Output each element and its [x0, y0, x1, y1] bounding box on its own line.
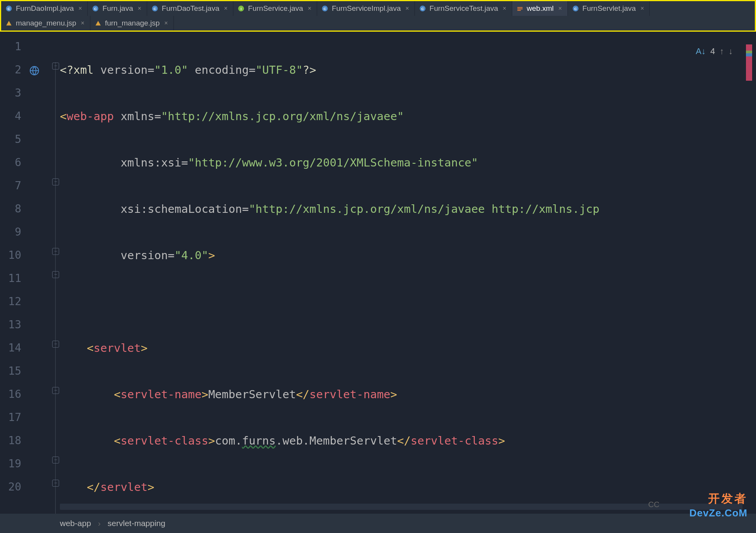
line-number: 14: [0, 336, 21, 360]
fold-toggle[interactable]: −: [52, 248, 59, 255]
fold-toggle[interactable]: −: [52, 480, 59, 487]
breadcrumb-item[interactable]: web-app: [60, 519, 91, 528]
java-icon: C: [92, 5, 99, 12]
interface-icon: I: [237, 5, 245, 12]
next-match-icon[interactable]: ↓: [729, 46, 733, 56]
line-number: 19: [0, 452, 21, 475]
close-icon[interactable]: ×: [79, 20, 86, 27]
fold-toggle[interactable]: −: [52, 271, 59, 278]
line-number: 3: [0, 81, 21, 105]
svg-rect-14: [517, 10, 521, 11]
java-icon: C: [419, 5, 426, 12]
svg-rect-12: [517, 7, 523, 8]
close-icon[interactable]: ×: [136, 5, 143, 12]
fold-toggle[interactable]: −: [52, 178, 59, 185]
editor-tabs: CFurnDaoImpl.java×CFurn.java×CFurnDaoTes…: [0, 0, 756, 32]
tab-label: manage_menu.jsp: [16, 19, 76, 27]
line-number: 7: [0, 174, 21, 197]
line-number: 20: [0, 475, 21, 499]
tab-label: FurnServiceImpl.java: [332, 4, 401, 13]
fold-toggle[interactable]: −: [52, 63, 59, 70]
tab-FurnServlet-java[interactable]: CFurnServlet.java×: [568, 1, 650, 16]
horizontal-scrollbar[interactable]: [60, 504, 742, 510]
svg-text:C: C: [94, 7, 97, 11]
line-number: 16: [0, 383, 21, 406]
java-icon: C: [321, 5, 329, 12]
tab-FurnService-java[interactable]: IFurnService.java×: [233, 1, 317, 16]
tab-label: web.xml: [527, 4, 554, 13]
watermark-en: DevZe.CoM: [689, 507, 748, 519]
tab-FurnDaoTest-java[interactable]: CFurnDaoTest.java×: [147, 1, 233, 16]
tab-FurnDaoImpl-java[interactable]: CFurnDaoImpl.java×: [1, 1, 88, 16]
fold-toggle[interactable]: −: [52, 457, 59, 463]
jsp-icon: [94, 19, 102, 27]
line-number: 18: [0, 429, 21, 452]
java-icon: C: [5, 5, 13, 12]
tab-label: FurnServlet.java: [583, 4, 636, 13]
java-icon: C: [151, 5, 159, 12]
tab-label: furn_manage.jsp: [105, 19, 160, 27]
tab-label: FurnServiceTest.java: [430, 4, 498, 13]
close-icon[interactable]: ×: [163, 20, 169, 27]
line-number: 10: [0, 244, 21, 267]
minimap[interactable]: [746, 44, 752, 145]
svg-text:C: C: [574, 7, 577, 11]
svg-rect-13: [517, 8, 523, 9]
close-icon[interactable]: ×: [306, 5, 313, 12]
fold-toggle[interactable]: −: [52, 387, 59, 394]
tab-manage_menu-jsp[interactable]: manage_menu.jsp×: [1, 16, 90, 31]
line-number: 17: [0, 406, 21, 429]
line-number-gutter: 1234567891011121314151617181920: [0, 32, 27, 505]
code-area[interactable]: <?xml version="1.0" encoding="UTF-8"?> <…: [60, 32, 756, 505]
globe-icon: [29, 61, 39, 84]
breadcrumb-item[interactable]: servlet-mapping: [108, 519, 165, 528]
match-count: 4: [710, 46, 715, 56]
line-number: 13: [0, 313, 21, 336]
line-number: 2: [0, 58, 21, 81]
breadcrumb: web-app › servlet-mapping: [0, 514, 756, 533]
svg-text:C: C: [7, 7, 10, 11]
tab-Furn-java[interactable]: CFurn.java×: [88, 1, 147, 16]
line-number: 1: [0, 35, 21, 58]
tab-label: Furn.java: [102, 4, 133, 13]
line-number: 11: [0, 267, 21, 290]
case-sensitive-icon[interactable]: A↓: [696, 46, 706, 56]
line-number: 4: [0, 105, 21, 128]
find-toolbar: A↓ 4 ↑ ↓: [696, 46, 733, 56]
tab-furn_manage-jsp[interactable]: furn_manage.jsp×: [90, 16, 174, 31]
java-icon: C: [572, 5, 579, 12]
tab-label: FurnDaoTest.java: [162, 4, 219, 13]
line-number: 12: [0, 290, 21, 313]
tab-web-xml[interactable]: web.xml×: [512, 1, 568, 16]
line-number: 6: [0, 151, 21, 174]
editor: 1234567891011121314151617181920 − − − − …: [0, 32, 756, 505]
xml-icon: [516, 5, 524, 12]
tab-FurnServiceTest-java[interactable]: CFurnServiceTest.java×: [415, 1, 512, 16]
svg-text:C: C: [153, 7, 156, 11]
fold-toggle[interactable]: −: [52, 341, 59, 348]
fold-column: − − − − − − − −: [52, 32, 60, 505]
prev-match-icon[interactable]: ↑: [720, 46, 724, 56]
svg-text:I: I: [241, 7, 242, 11]
jsp-icon: [5, 19, 13, 27]
gutter-icons: [27, 32, 52, 505]
close-icon[interactable]: ×: [77, 5, 83, 12]
watermark-cc: CC: [648, 500, 659, 509]
close-icon[interactable]: ×: [639, 5, 646, 12]
close-icon[interactable]: ×: [557, 5, 563, 12]
tab-FurnServiceImpl-java[interactable]: CFurnServiceImpl.java×: [317, 1, 415, 16]
line-number: 15: [0, 360, 21, 383]
close-icon[interactable]: ×: [404, 5, 410, 12]
line-number: 5: [0, 128, 21, 151]
xml-pi: <?: [60, 63, 73, 76]
watermark-cn: 开发者: [708, 491, 748, 507]
line-number: 9: [0, 221, 21, 244]
svg-text:C: C: [421, 7, 424, 11]
tab-label: FurnService.java: [248, 4, 303, 13]
tab-label: FurnDaoImpl.java: [16, 4, 74, 13]
svg-text:C: C: [323, 7, 326, 11]
chevron-right-icon: ›: [98, 519, 101, 528]
line-number: 8: [0, 197, 21, 221]
close-icon[interactable]: ×: [501, 5, 508, 12]
close-icon[interactable]: ×: [223, 5, 229, 12]
